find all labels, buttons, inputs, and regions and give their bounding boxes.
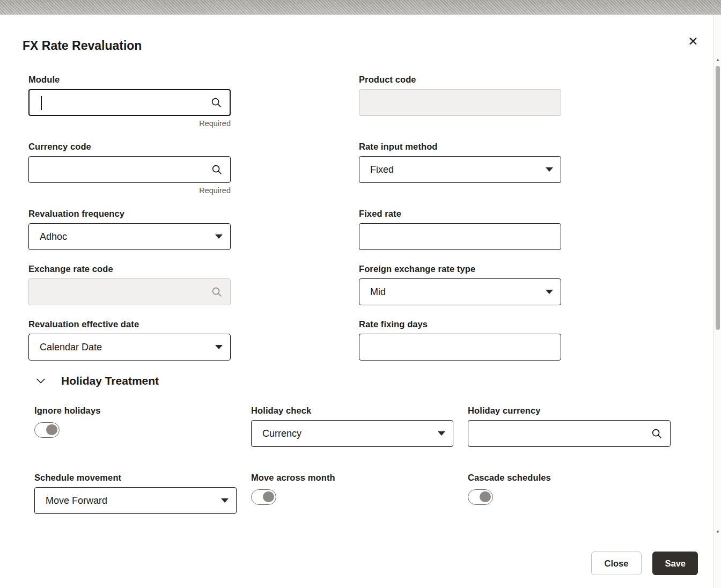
scrollbar-up-icon[interactable]: ▲ [714, 57, 721, 63]
chevron-down-icon [34, 374, 47, 387]
revaluation-effective-date-field: Revaluation effective date Calendar Date [28, 319, 231, 361]
holiday-treatment-section-toggle[interactable]: Holiday Treatment [34, 374, 713, 387]
vertical-scrollbar[interactable]: ▲ ▼ [713, 14, 721, 588]
caret-down-icon [215, 345, 223, 349]
scrollbar-down-icon[interactable]: ▼ [714, 530, 721, 535]
revaluation-frequency-label: Revaluation frequency [28, 209, 231, 219]
page-title: FX Rate Revaluation [23, 39, 713, 53]
holiday-treatment-title: Holiday Treatment [61, 374, 159, 387]
exchange-rate-code-label: Exchange rate code [28, 264, 231, 274]
close-icon[interactable]: ✕ [683, 32, 703, 51]
foreign-exchange-rate-type-value: Mid [370, 286, 386, 298]
revaluation-effective-date-select[interactable]: Calendar Date [28, 334, 231, 361]
revaluation-frequency-value: Adhoc [40, 231, 67, 242]
move-across-month-label: Move across month [251, 473, 453, 483]
module-input[interactable] [40, 90, 205, 115]
holiday-currency-field: Holiday currency [468, 406, 671, 447]
close-button[interactable]: Close [591, 552, 642, 575]
rate-fixing-days-field: Rate fixing days [359, 319, 561, 361]
cascade-schedules-label: Cascade schedules [468, 473, 671, 483]
search-icon[interactable] [210, 97, 222, 108]
caret-down-icon [215, 234, 223, 239]
schedule-movement-label: Schedule movement [34, 473, 237, 483]
currency-code-required-hint: Required [28, 186, 231, 195]
toggle-knob [46, 424, 57, 435]
module-input-box [28, 89, 231, 116]
revaluation-effective-date-label: Revaluation effective date [28, 319, 231, 329]
holiday-currency-input-box [468, 420, 671, 447]
fixed-rate-input-box [359, 223, 561, 250]
cascade-schedules-toggle[interactable] [468, 489, 493, 505]
product-code-input-box [359, 89, 561, 116]
move-across-month-toggle[interactable] [251, 489, 276, 505]
ignore-holidays-toggle[interactable] [34, 422, 60, 438]
fx-rate-revaluation-dialog: ✕ FX Rate Revaluation Module Required Pr… [0, 14, 713, 588]
search-icon [211, 286, 223, 298]
fixed-rate-label: Fixed rate [359, 209, 561, 219]
fixed-rate-field: Fixed rate [359, 209, 561, 250]
holiday-check-value: Currency [262, 428, 301, 439]
currency-code-input-box [28, 156, 231, 183]
window-title-bar [0, 0, 721, 14]
holiday-currency-input[interactable] [479, 421, 645, 446]
rate-fixing-days-label: Rate fixing days [359, 319, 561, 329]
foreign-exchange-rate-type-field: Foreign exchange rate type Mid [359, 264, 561, 305]
rate-fixing-days-input[interactable] [370, 334, 553, 360]
move-across-month-field: Move across month [251, 473, 453, 505]
ignore-holidays-field: Ignore holidays [34, 406, 237, 438]
product-code-field: Product code [359, 75, 561, 116]
search-icon[interactable] [211, 164, 223, 175]
exchange-rate-code-field: Exchange rate code [28, 264, 231, 305]
schedule-movement-field: Schedule movement Move Forward [34, 473, 237, 514]
caret-down-icon [546, 290, 553, 294]
rate-input-method-value: Fixed [370, 164, 394, 175]
search-icon[interactable] [651, 428, 663, 439]
holiday-check-label: Holiday check [251, 406, 453, 416]
currency-code-field: Currency code Required [28, 142, 231, 195]
schedule-movement-select[interactable]: Move Forward [34, 487, 237, 514]
revaluation-effective-date-value: Calendar Date [40, 342, 102, 353]
caret-down-icon [438, 431, 445, 436]
module-label: Module [28, 75, 231, 85]
foreign-exchange-rate-type-select[interactable]: Mid [359, 278, 561, 305]
form-grid: Module Required Product code Currency co… [28, 75, 713, 361]
product-code-label: Product code [359, 75, 561, 85]
caret-down-icon [221, 498, 229, 503]
holiday-treatment-grid: Ignore holidays Holiday check Currency H… [34, 406, 713, 514]
caret-down-icon [546, 167, 553, 172]
rate-input-method-select[interactable]: Fixed [359, 156, 561, 183]
dialog-footer: Close Save [591, 552, 698, 575]
exchange-rate-code-input-box [28, 278, 231, 305]
revaluation-frequency-field: Revaluation frequency Adhoc [28, 209, 231, 250]
rate-input-method-label: Rate input method [359, 142, 561, 152]
revaluation-frequency-select[interactable]: Adhoc [28, 223, 231, 250]
schedule-movement-value: Move Forward [46, 495, 107, 506]
toggle-knob [480, 491, 491, 502]
text-caret [41, 96, 42, 110]
holiday-check-select[interactable]: Currency [251, 420, 453, 447]
currency-code-label: Currency code [28, 142, 231, 152]
module-required-hint: Required [28, 119, 231, 128]
rate-input-method-field: Rate input method Fixed [359, 142, 561, 183]
scrollbar-thumb[interactable] [716, 66, 720, 330]
currency-code-input[interactable] [40, 157, 205, 182]
rate-fixing-days-input-box [359, 334, 561, 361]
holiday-check-field: Holiday check Currency [251, 406, 453, 447]
exchange-rate-code-input [40, 279, 205, 305]
toggle-knob [263, 491, 274, 502]
ignore-holidays-label: Ignore holidays [34, 406, 237, 416]
cascade-schedules-field: Cascade schedules [468, 473, 671, 505]
save-button[interactable]: Save [652, 552, 698, 575]
module-field: Module Required [28, 75, 231, 128]
holiday-currency-label: Holiday currency [468, 406, 671, 416]
product-code-input [370, 90, 553, 115]
fixed-rate-input[interactable] [370, 224, 553, 249]
foreign-exchange-rate-type-label: Foreign exchange rate type [359, 264, 561, 274]
